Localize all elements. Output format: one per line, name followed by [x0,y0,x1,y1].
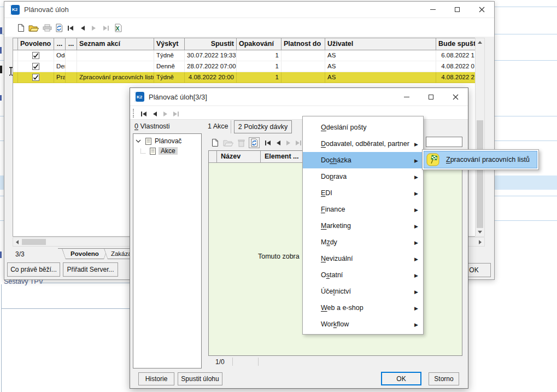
column-header[interactable]: Uživatel [325,38,436,50]
child-titlebar[interactable]: K2 Plánovač úloh[3/3] [130,88,468,106]
tab-povoleno[interactable]: Povoleno [62,248,108,259]
tree-item-akce[interactable]: Akce [150,147,178,155]
column-header[interactable]: Platnost do [282,38,325,50]
tab-separator [231,120,231,133]
ok-button[interactable]: OK [381,372,421,385]
nav-first-icon[interactable] [138,108,149,119]
enabled-checkbox[interactable] [32,74,39,81]
spustit-ulohu-button[interactable]: Spustit úlohu [178,372,222,385]
column-header[interactable]: Bude spuště [436,38,477,50]
table-row[interactable]: DenDenně28.07.2022 07:001AS4.08.2022 0 [13,61,477,72]
nav-last-icon[interactable] [292,137,303,148]
column-header[interactable]: ... [66,38,77,50]
menu-item[interactable]: Marketing▶ [303,218,423,234]
background-groupbox-edge [1,284,2,392]
print-icon[interactable] [42,22,52,33]
filter-input[interactable] [426,137,462,147]
nav-previous-icon[interactable] [77,22,88,33]
menu-item-label: Doprava [321,173,347,180]
column-header[interactable] [13,38,18,50]
close-button[interactable] [443,88,468,106]
new-icon[interactable] [15,22,26,33]
menu-item[interactable]: EDI▶ [303,185,423,201]
menu-item[interactable]: Odeslání pošty [303,119,423,136]
nav-last-icon[interactable] [100,22,111,33]
column-header[interactable]: Název [217,151,261,163]
titlebar-separator [130,106,468,106]
nav-next-icon[interactable] [160,108,171,119]
horizontal-scroll-thumb[interactable] [22,239,46,245]
historie-button[interactable]: Historie [138,372,174,385]
column-header[interactable]: ... [54,38,66,50]
submenu-arrow-icon: ▶ [414,153,418,169]
close-button[interactable] [470,2,494,17]
submenu-arrow-icon: ▶ [414,185,418,202]
table-row[interactable]: OdeTýdně30.07.2022 19:331AS6.08.2022 1 [13,50,477,61]
nav-previous-icon[interactable] [149,108,160,119]
table-cell [66,72,77,83]
tab-polozky-davky[interactable]: 2 Položky dávky [234,120,292,133]
scroll-right-button[interactable] [476,238,484,246]
vertical-scroll-thumb[interactable] [477,120,483,228]
menu-item[interactable]: Doprava▶ [303,168,423,185]
new-icon[interactable] [209,137,220,148]
storno-button[interactable]: Storno [429,372,459,385]
child-record-count: 1/0 [215,358,225,366]
table-cell [77,61,154,72]
menu-item[interactable]: Web a e-shop▶ [303,300,423,316]
vertical-scrollbar[interactable] [475,38,485,237]
scroll-left-button[interactable] [13,238,21,246]
table-cell: Denně [154,61,185,72]
tab-akce[interactable]: 1 Akce [208,122,228,130]
toolbar-drag-handle[interactable] [133,109,134,118]
nav-first-icon[interactable] [262,137,273,148]
minimize-button[interactable] [420,2,445,17]
nav-first-icon[interactable] [65,22,76,33]
open-folder-icon[interactable] [222,137,233,148]
co-prave-bezi-button[interactable]: Co právě běží... [7,262,60,277]
tree-item-planovac[interactable]: Plánovač [136,137,181,145]
menu-item[interactable]: Nevizuální▶ [303,250,423,267]
menu-item-zpracovani-listu[interactable]: Zpracování pracovních listů [424,151,537,168]
refresh-icon[interactable] [54,22,65,33]
main-titlebar[interactable]: K2 Plánovač úloh [4,2,494,18]
column-header[interactable]: Opakování [237,38,282,50]
delete-icon[interactable] [236,137,247,148]
table-row[interactable]: PracZpracování pracovních listůTýdně4.08… [13,72,477,83]
open-folder-icon[interactable] [28,22,39,33]
scroll-down-button[interactable] [476,228,484,236]
menu-item[interactable]: Mzdy▶ [303,234,423,250]
nav-next-icon[interactable] [283,137,294,148]
nav-previous-icon[interactable] [273,137,284,148]
column-header[interactable]: Výskyt [154,38,185,50]
statusbar-divider [232,358,233,366]
refresh-icon[interactable] [249,137,260,148]
nav-next-icon[interactable] [88,22,99,33]
priradit-server-button[interactable]: Přiřadit Server... [63,262,118,277]
column-header[interactable]: Spustit [185,38,237,50]
maximize-button[interactable] [445,2,470,17]
column-header[interactable]: Povoleno [18,38,54,50]
column-header[interactable]: Seznam akcí [77,38,154,50]
menu-item[interactable]: Ostatní▶ [303,267,423,283]
maximize-button[interactable] [419,88,443,106]
minimize-button[interactable] [394,88,419,106]
tree-connector [140,149,145,154]
submenu-arrow-icon: ▶ [414,169,418,185]
menu-item[interactable]: Finance▶ [303,201,423,218]
menu-item[interactable]: Docházka▶ [303,152,423,168]
nav-last-icon[interactable] [170,108,181,119]
enabled-checkbox[interactable] [32,63,39,70]
menu-item[interactable]: Účetnictví▶ [303,283,423,300]
ibeam-cursor-icon [8,67,14,78]
column-header[interactable]: Element ... [261,151,306,163]
export-excel-icon[interactable]: X [113,22,124,33]
menu-item[interactable]: Dodavatel, odběratel, partner▶ [303,136,423,152]
tab-vlastnosti[interactable]: 0 Vlastnosti [134,122,170,130]
enabled-checkbox[interactable] [32,52,39,59]
table-cell [18,72,54,83]
scroll-up-button[interactable] [476,38,484,46]
column-header[interactable] [209,151,217,163]
table-cell: AS [325,61,436,72]
menu-item[interactable]: Workflow▶ [303,316,423,332]
